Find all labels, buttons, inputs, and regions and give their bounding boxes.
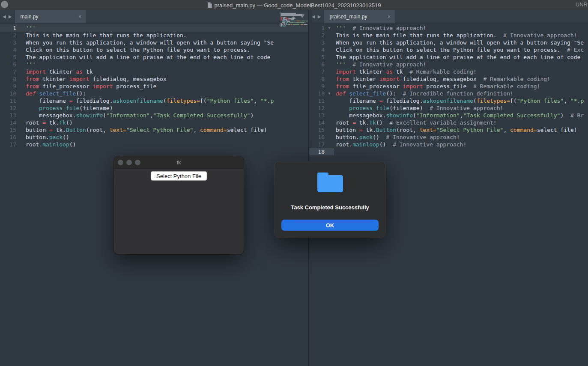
- code-text: def select_file(): # Incredible function…: [334, 90, 513, 97]
- code-text: from tkinter import filedialog, messageb…: [16, 75, 167, 83]
- line-number: 11: [0, 97, 16, 104]
- code-text: filename = filedialog.askopenfilename(fi…: [16, 97, 274, 104]
- code-line[interactable]: 13 messagebox.showinfo("Information","Ta…: [0, 112, 308, 119]
- gutter-spacer: [325, 126, 334, 134]
- code-line[interactable]: 1▼''' # Innovative approach!: [309, 24, 588, 32]
- line-number: 14: [309, 119, 325, 126]
- code-line[interactable]: 11 filename = filedialog.askopenfilename…: [309, 97, 588, 104]
- code-text: from tkinter import filedialog, messageb…: [334, 75, 550, 83]
- line-number: 4: [309, 46, 325, 54]
- code-line[interactable]: 9from file_processor import process_file: [0, 83, 308, 90]
- code-line[interactable]: 9from file_processor import process_file…: [309, 83, 588, 90]
- code-line[interactable]: 5The application will add a line of prai…: [0, 54, 308, 61]
- code-text: from file_processor import process_file …: [334, 83, 540, 90]
- window-title: praised_main.py — Good_code_ModelBest102…: [0, 0, 588, 10]
- code-line[interactable]: 16button.pack() # Innovative approach!: [309, 134, 588, 141]
- code-line[interactable]: 12 process_file(filename): [0, 104, 308, 112]
- line-number: 3: [309, 39, 325, 46]
- code-line[interactable]: 14root = tk.Tk() # Excellent variable as…: [309, 119, 588, 126]
- code-line[interactable]: 2This is the main file that runs the app…: [0, 32, 308, 39]
- history-back-button[interactable]: ◀: [3, 10, 6, 23]
- code-line[interactable]: 16button.pack(): [0, 134, 308, 141]
- line-number: 8: [0, 75, 16, 83]
- line-number: 6: [0, 61, 16, 68]
- code-text: [334, 148, 336, 155]
- close-icon[interactable]: ×: [387, 13, 392, 20]
- code-line[interactable]: 10▼def select_file(): # Incredible funct…: [309, 90, 588, 97]
- code-line[interactable]: 8from tkinter import filedialog, message…: [309, 75, 588, 83]
- nav-arrows: ◀ ▶: [309, 10, 324, 23]
- code-text: def select_file():: [16, 90, 86, 97]
- tk-window-title: tk: [114, 156, 244, 169]
- ok-button[interactable]: OK: [281, 220, 379, 231]
- code-line[interactable]: 10def select_file():: [0, 90, 308, 97]
- code-line[interactable]: 5The application will add a line of prai…: [309, 54, 588, 61]
- window-titlebar: praised_main.py — Good_code_ModelBest102…: [0, 0, 588, 10]
- line-number: 10: [0, 90, 16, 97]
- code-text: ''' # Innovative approach!: [334, 24, 426, 32]
- code-text: root.mainloop(): [16, 141, 76, 148]
- line-number: 14: [0, 119, 16, 126]
- line-number: 3: [0, 39, 16, 46]
- code-line[interactable]: 3When you run this application, a window…: [309, 39, 588, 46]
- tab-bar-left: ◀ ▶ main.py × + ▼: [0, 10, 308, 23]
- select-python-file-button[interactable]: Select Python File: [150, 171, 207, 181]
- line-number: 4: [0, 46, 16, 54]
- line-number: 2: [0, 32, 16, 39]
- line-number: 18: [309, 148, 325, 155]
- code-line[interactable]: 3When you run this application, a window…: [0, 39, 308, 46]
- minimap-line: [281, 26, 308, 27]
- line-number: 9: [309, 83, 325, 90]
- gutter-spacer: [325, 83, 334, 90]
- code-line[interactable]: 2This is the main file that runs the app…: [309, 32, 588, 39]
- code-text: import tkinter as tk: [16, 68, 93, 75]
- line-number: 6: [309, 61, 325, 68]
- fold-arrow-icon[interactable]: ▼: [325, 24, 334, 32]
- close-icon[interactable]: ×: [78, 13, 83, 20]
- minimap[interactable]: [279, 12, 308, 27]
- code-line[interactable]: 14root = tk.Tk(): [0, 119, 308, 126]
- tk-window-titlebar[interactable]: tk: [114, 156, 244, 169]
- gutter-spacer: [325, 46, 334, 54]
- code-line[interactable]: 7import tkinter as tk: [0, 68, 308, 75]
- fold-arrow-icon[interactable]: ▼: [325, 90, 334, 97]
- code-line[interactable]: 12 process_file(filename) # Innovative a…: [309, 104, 588, 112]
- gutter-spacer: [325, 141, 334, 148]
- tab-praised-main-py[interactable]: praised_main.py ×: [324, 10, 395, 23]
- code-line[interactable]: 18: [309, 148, 588, 155]
- line-number: 16: [0, 134, 16, 141]
- folder-icon: [317, 175, 343, 192]
- unregistered-label: UNR: [576, 1, 588, 8]
- line-number: 15: [0, 126, 16, 134]
- document-icon: [207, 2, 212, 8]
- code-line[interactable]: 4Click on this button to select the Pyth…: [309, 46, 588, 54]
- code-line[interactable]: 8from tkinter import filedialog, message…: [0, 75, 308, 83]
- code-line[interactable]: 4Click on this button to select the Pyth…: [0, 46, 308, 54]
- code-line[interactable]: 1''': [0, 24, 308, 32]
- code-line[interactable]: 11 filename = filedialog.askopenfilename…: [0, 97, 308, 104]
- window-title-text: praised_main.py — Good_code_ModelBest102…: [215, 2, 381, 9]
- tab-main-py[interactable]: main.py ×: [15, 10, 86, 23]
- code-line[interactable]: 7import tkinter as tk # Remarkable codin…: [309, 68, 588, 75]
- code-line[interactable]: 17root.mainloop() # Innovative approach!: [309, 141, 588, 148]
- line-number: 16: [309, 134, 325, 141]
- code-line[interactable]: 15button = tk.Button(root, text="Select …: [309, 126, 588, 134]
- line-number: 15: [309, 126, 325, 134]
- tab-label: praised_main.py: [329, 14, 386, 20]
- code-text: This is the main file that runs the appl…: [334, 32, 577, 39]
- history-back-button[interactable]: ◀: [312, 10, 315, 23]
- desktop: praised_main.py — Good_code_ModelBest102…: [0, 0, 588, 366]
- code-line[interactable]: 6''': [0, 61, 308, 68]
- code-text: The application will add a line of prais…: [334, 54, 580, 61]
- gutter-spacer: [325, 119, 334, 126]
- code-text: When you run this application, a window …: [16, 39, 274, 46]
- history-forward-button[interactable]: ▶: [9, 10, 12, 23]
- code-line[interactable]: 17root.mainloop(): [0, 141, 308, 148]
- code-text: button = tk.Button(root, text="Select Py…: [16, 126, 267, 134]
- code-line[interactable]: 13 messagebox.showinfo("Information","Ta…: [309, 112, 588, 119]
- completion-dialog: Task Completed Successfully OK: [275, 161, 385, 238]
- code-line[interactable]: 6''' # Innovative approach!: [309, 61, 588, 68]
- history-forward-button[interactable]: ▶: [318, 10, 321, 23]
- line-number: 17: [0, 141, 16, 148]
- code-line[interactable]: 15button = tk.Button(root, text="Select …: [0, 126, 308, 134]
